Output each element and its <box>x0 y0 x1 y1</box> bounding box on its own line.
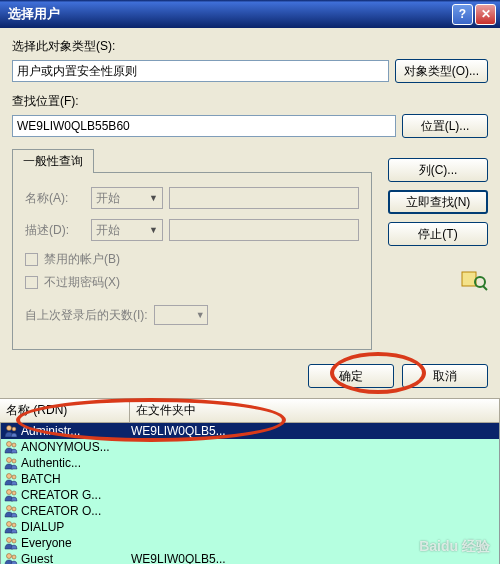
svg-point-19 <box>7 554 12 559</box>
svg-point-18 <box>12 539 16 543</box>
user-icon <box>3 488 19 502</box>
search-icon[interactable] <box>460 268 488 298</box>
tab-panel: 名称(A): 开始▼ 描述(D): 开始▼ 禁用的帐户(B) 不过期密码(X) … <box>12 172 372 350</box>
user-icon <box>3 552 19 564</box>
disabled-accounts-label: 禁用的帐户(B) <box>44 251 120 268</box>
column-name[interactable]: 名称 (RDN) <box>0 399 130 422</box>
svg-point-20 <box>12 555 16 559</box>
location-button[interactable]: 位置(L)... <box>402 114 488 138</box>
table-row[interactable]: BATCH <box>1 471 499 487</box>
table-row[interactable]: GuestWE9LIW0QLB5... <box>1 551 499 564</box>
stop-button[interactable]: 停止(T) <box>388 222 488 246</box>
window-title: 选择用户 <box>4 5 450 23</box>
close-button[interactable]: ✕ <box>475 4 496 25</box>
days-combo[interactable]: ▼ <box>154 305 208 325</box>
dialog-content: 选择此对象类型(S): 对象类型(O)... 查找位置(F): 位置(L)...… <box>0 28 500 356</box>
help-button[interactable]: ? <box>452 4 473 25</box>
tab-general-query[interactable]: 一般性查询 <box>12 149 94 173</box>
titlebar: 选择用户 ? ✕ <box>0 0 500 28</box>
svg-line-2 <box>483 286 487 290</box>
column-folder[interactable]: 在文件夹中 <box>130 399 500 422</box>
ok-button[interactable]: 确定 <box>308 364 394 388</box>
svg-point-15 <box>7 522 12 527</box>
row-name: Administr... <box>21 424 131 438</box>
object-type-button[interactable]: 对象类型(O)... <box>395 59 488 83</box>
nonexpiring-password-checkbox[interactable] <box>25 276 38 289</box>
cancel-button[interactable]: 取消 <box>402 364 488 388</box>
row-name: Guest <box>21 552 131 564</box>
desc-input[interactable] <box>169 219 359 241</box>
svg-point-9 <box>7 474 12 479</box>
object-type-label: 选择此对象类型(S): <box>12 38 488 55</box>
user-icon <box>3 456 19 470</box>
svg-point-10 <box>12 475 16 479</box>
table-row[interactable]: CREATOR G... <box>1 487 499 503</box>
location-label: 查找位置(F): <box>12 93 488 110</box>
results-list[interactable]: Administr...WE9LIW0QLB5...ANONYMOUS...Au… <box>0 423 500 564</box>
svg-point-17 <box>7 538 12 543</box>
desc-mode-combo[interactable]: 开始▼ <box>91 219 163 241</box>
row-name: BATCH <box>21 472 131 486</box>
svg-point-14 <box>12 507 16 511</box>
row-name: CREATOR G... <box>21 488 131 502</box>
svg-point-5 <box>7 442 12 447</box>
table-row[interactable]: ANONYMOUS... <box>1 439 499 455</box>
table-row[interactable]: CREATOR O... <box>1 503 499 519</box>
svg-rect-0 <box>462 272 476 286</box>
svg-point-6 <box>12 443 16 447</box>
nonexpiring-password-label: 不过期密码(X) <box>44 274 120 291</box>
svg-point-7 <box>7 458 12 463</box>
user-icon <box>3 504 19 518</box>
svg-point-8 <box>12 459 16 463</box>
svg-point-4 <box>12 427 16 431</box>
location-field[interactable] <box>12 115 396 137</box>
row-name: DIALUP <box>21 520 131 534</box>
find-now-button[interactable]: 立即查找(N) <box>388 190 488 214</box>
svg-point-3 <box>7 426 12 431</box>
table-row[interactable]: Administr...WE9LIW0QLB5... <box>1 423 499 439</box>
row-folder: WE9LIW0QLB5... <box>131 424 226 438</box>
row-folder: WE9LIW0QLB5... <box>131 552 226 564</box>
days-label: 自上次登录后的天数(I): <box>25 307 148 324</box>
row-name: Authentic... <box>21 456 131 470</box>
user-icon <box>3 536 19 550</box>
right-button-column: 列(C)... 立即查找(N) 停止(T) <box>388 158 488 298</box>
svg-point-12 <box>12 491 16 495</box>
columns-button[interactable]: 列(C)... <box>388 158 488 182</box>
user-icon <box>3 424 19 438</box>
user-icon <box>3 472 19 486</box>
table-row[interactable]: DIALUP <box>1 519 499 535</box>
user-icon <box>3 440 19 454</box>
desc-label: 描述(D): <box>25 222 85 239</box>
svg-point-13 <box>7 506 12 511</box>
object-type-field[interactable] <box>12 60 389 82</box>
row-name: ANONYMOUS... <box>21 440 131 454</box>
user-icon <box>3 520 19 534</box>
name-label: 名称(A): <box>25 190 85 207</box>
svg-point-11 <box>7 490 12 495</box>
table-row[interactable]: Everyone <box>1 535 499 551</box>
name-input[interactable] <box>169 187 359 209</box>
dialog-buttons: 确定 取消 <box>0 356 500 398</box>
svg-point-16 <box>12 523 16 527</box>
row-name: CREATOR O... <box>21 504 131 518</box>
results-header: 名称 (RDN) 在文件夹中 <box>0 398 500 423</box>
name-mode-combo[interactable]: 开始▼ <box>91 187 163 209</box>
row-name: Everyone <box>21 536 131 550</box>
table-row[interactable]: Authentic... <box>1 455 499 471</box>
disabled-accounts-checkbox[interactable] <box>25 253 38 266</box>
